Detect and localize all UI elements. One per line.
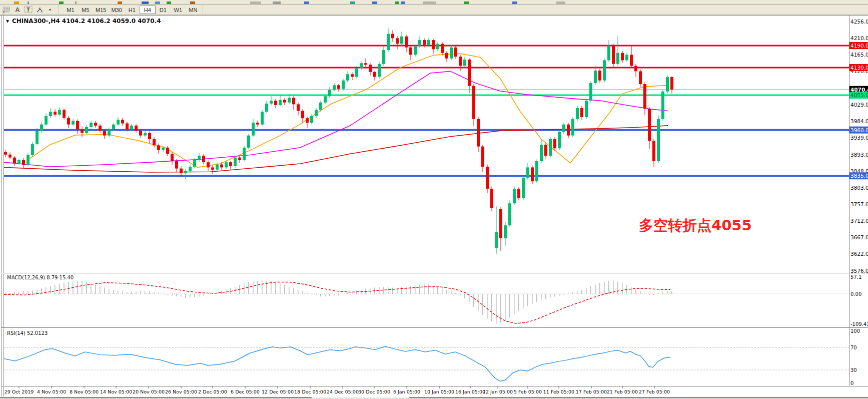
price-axis-label: 3757.0 — [850, 201, 868, 207]
candle-body — [459, 57, 462, 66]
time-axis-label: 27 Feb 05:00 — [639, 389, 670, 394]
candle-body — [486, 167, 489, 189]
macd-bar — [410, 286, 411, 294]
candle-body — [85, 127, 88, 133]
candle-body — [499, 209, 502, 238]
candle-body — [396, 38, 399, 44]
candle-body — [346, 74, 349, 80]
chart-collapse-icon: ▼ — [6, 19, 10, 24]
timeframe-button-d1[interactable]: D1 — [156, 6, 171, 14]
candle-body — [616, 53, 619, 64]
candle-body — [220, 165, 223, 168]
price-axis-label: 3984.0 — [850, 118, 868, 124]
text-label-icon[interactable]: A — [13, 6, 22, 14]
time-axis-label: 6 Jan 05:00 — [393, 389, 420, 394]
timeframe-button-m15[interactable]: M15 — [93, 6, 109, 14]
candle-body — [477, 119, 480, 147]
candle-body — [306, 118, 309, 123]
macd-bar — [491, 294, 492, 321]
dropdown-caret-icon[interactable]: ▾ — [44, 6, 56, 14]
candle-body — [315, 110, 318, 116]
macd-bar — [275, 282, 276, 294]
macd-bar — [352, 291, 353, 294]
macd-bar — [145, 291, 146, 294]
macd-bar — [649, 294, 650, 295]
macd-bar — [563, 294, 564, 294]
chart-toolbar: F A T ▾ M1M5M15M30H1H4D1W1MN — [0, 5, 868, 15]
candle-body — [252, 123, 255, 136]
candle-body — [153, 139, 156, 145]
macd-bar — [176, 294, 177, 296]
candle-body — [198, 156, 201, 160]
horizontal-level-line[interactable] — [4, 129, 849, 131]
price-axis-label: 4256.0 — [850, 19, 868, 25]
macd-bar — [536, 294, 537, 302]
macd-bar — [644, 293, 645, 294]
macd-bar — [86, 282, 87, 294]
candle-body — [580, 108, 583, 117]
timeframe-button-w1[interactable]: W1 — [171, 6, 186, 14]
timeframe-button-mn[interactable]: MN — [186, 6, 201, 14]
macd-bar — [347, 292, 348, 294]
candle-body — [454, 48, 457, 57]
time-axis-label: 20 Nov 05:00 — [133, 389, 165, 394]
candle-body — [288, 98, 291, 103]
macd-bar — [55, 285, 56, 294]
macd-bar — [190, 294, 191, 297]
timeframe-button-m30[interactable]: M30 — [109, 6, 124, 14]
candle-body — [36, 131, 39, 144]
candle-body — [4, 152, 7, 155]
candle-body — [630, 55, 633, 66]
macd-bar — [257, 281, 258, 294]
dotted-grid-f-icon[interactable]: F — [2, 6, 11, 14]
candle-body — [76, 121, 79, 129]
timeframe-button-h4[interactable]: H4 — [140, 6, 156, 14]
candle-body — [328, 90, 331, 96]
candle-body — [139, 131, 142, 136]
macd-bar — [550, 294, 551, 298]
macd-bar — [482, 294, 483, 315]
price-badge-label: 4070.4 — [850, 87, 868, 93]
macd-bar — [320, 294, 321, 296]
candle-body — [99, 126, 102, 131]
horizontal-level-line[interactable] — [4, 95, 849, 96]
horizontal-level-line[interactable] — [4, 67, 849, 69]
macd-axis-label: 57.1 — [850, 274, 861, 280]
text-box-icon[interactable]: T — [24, 6, 33, 14]
candle-body — [531, 167, 534, 181]
arrow-tools-icon[interactable] — [35, 6, 44, 14]
macd-bar — [388, 287, 389, 294]
macd-bar — [640, 291, 641, 294]
macd-bar — [473, 294, 474, 307]
horizontal-level-line[interactable] — [4, 175, 849, 177]
chart-left-border — [1, 16, 2, 396]
candle-body — [234, 158, 237, 166]
candle-body — [391, 34, 394, 39]
macd-bar — [311, 294, 312, 294]
candle-body — [94, 123, 97, 126]
candle-body — [22, 160, 25, 165]
candle-body — [414, 47, 417, 55]
macd-bar — [662, 292, 663, 294]
horizontal-level-line[interactable] — [4, 45, 849, 47]
macd-bar — [518, 294, 519, 311]
timeframe-button-m1[interactable]: M1 — [63, 6, 78, 14]
price-axis-label: 3667.0 — [850, 234, 868, 240]
macd-bar — [64, 283, 65, 294]
candle-body — [175, 161, 178, 169]
candle-body — [427, 40, 430, 45]
candle-body — [238, 158, 241, 160]
candle-body — [405, 37, 408, 48]
price-chart-svg[interactable]: ▼CHINA300-,H4 4104.2 4106.2 4059.0 4070.… — [0, 15, 868, 399]
time-axis-label: 22 Jan 05:00 — [483, 389, 513, 394]
macd-bar — [658, 293, 659, 294]
timeframe-button-h1[interactable]: H1 — [125, 6, 140, 14]
candle-body — [589, 83, 592, 101]
toolbar-fragment — [304, 2, 309, 4]
macd-bar — [284, 285, 285, 294]
timeframe-button-m5[interactable]: M5 — [78, 6, 93, 14]
toolbar-fragment — [273, 2, 281, 4]
candle-body — [274, 101, 277, 105]
rsi-axis-label: 70 — [850, 345, 857, 350]
chart-area[interactable]: ▼CHINA300-,H4 4104.2 4106.2 4059.0 4070.… — [0, 15, 868, 399]
